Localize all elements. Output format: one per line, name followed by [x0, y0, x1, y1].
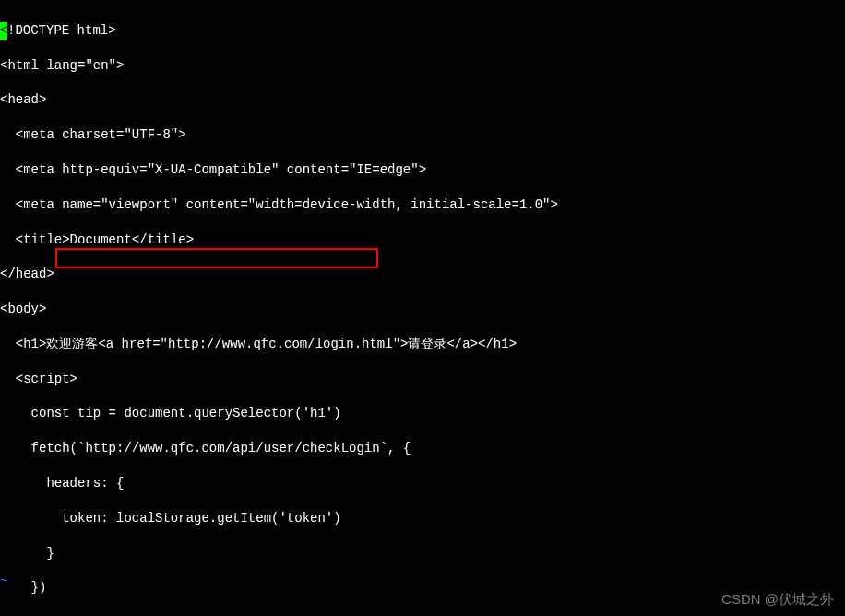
code-line: </head> [0, 266, 845, 283]
code-line: <h1>欢迎游客<a href="http://www.qfc.com/logi… [0, 336, 845, 353]
code-line: <script> [0, 371, 845, 388]
code-line: <meta name="viewport" content="width=dev… [0, 196, 845, 214]
code-line: <meta http-equiv="X-UA-Compatible" conte… [0, 161, 845, 179]
watermark: CSDN @伏城之外 [721, 590, 834, 609]
code-line: <meta charset="UTF-8"> [0, 126, 845, 144]
code-editor: <!DOCTYPE html> <html lang="en"> <head> … [0, 5, 845, 616]
code-line: <title>Document</title> [0, 231, 845, 249]
code-line: headers: { [0, 475, 845, 492]
code-line: <head> [0, 91, 845, 109]
code-text: !DOCTYPE html> [7, 23, 116, 38]
code-line: }) [0, 579, 845, 597]
code-line: fetch(`http://www.qfc.com/api/user/check… [0, 440, 845, 457]
code-line: token: localStorage.getItem('token') [0, 510, 845, 527]
code-line: const tip = document.querySelector('h1') [0, 405, 845, 422]
code-line: <html lang="en"> [0, 57, 845, 75]
code-line: <body> [0, 301, 845, 318]
code-line: <!DOCTYPE html> [0, 22, 845, 40]
cursor: < [0, 22, 7, 40]
vim-tilde: ~ [0, 573, 7, 590]
code-line: } [0, 545, 845, 563]
